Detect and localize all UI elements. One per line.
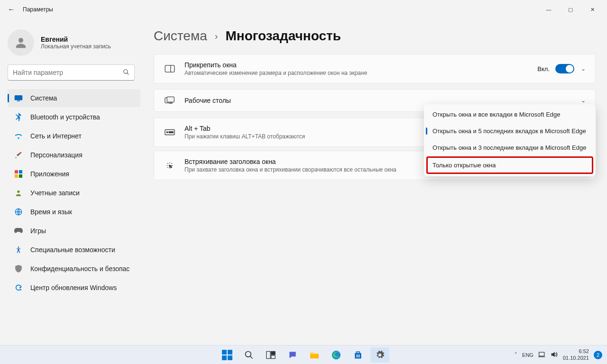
svg-point-10 (18, 246, 19, 248)
settings-button[interactable] (370, 347, 389, 363)
sidebar-item-gaming[interactable]: Игры (8, 222, 140, 240)
svg-rect-5 (19, 170, 22, 173)
tray-chevron-up-icon[interactable]: ˄ (515, 352, 517, 358)
store-button[interactable] (349, 347, 368, 363)
snap-icon (164, 65, 176, 73)
globe-icon (13, 208, 24, 216)
svg-rect-26 (271, 351, 275, 355)
sidebar-item-label: Время и язык (30, 208, 72, 216)
sidebar-item-label: Специальные возможности (30, 246, 115, 254)
svg-rect-7 (19, 174, 22, 178)
dropdown-option[interactable]: Открыть окна и 5 последних вкладок в Mic… (424, 123, 596, 139)
update-icon (13, 284, 24, 291)
svg-rect-21 (222, 355, 227, 360)
svg-rect-27 (271, 355, 275, 358)
user-name: Евгений (41, 36, 111, 43)
sidebar-item-accounts[interactable]: Учетные записи (8, 184, 140, 202)
window-controls: — ▢ ✕ (538, 2, 603, 17)
alttab-icon (164, 129, 176, 136)
svg-line-24 (250, 356, 253, 358)
chevron-right-icon: › (215, 31, 218, 42)
search-input[interactable] (8, 64, 135, 81)
accessibility-icon (13, 246, 24, 254)
svg-rect-11 (165, 65, 175, 72)
svg-rect-33 (359, 356, 360, 357)
snap-toggle[interactable] (555, 64, 574, 73)
svg-rect-18 (169, 132, 173, 133)
search-field[interactable] (13, 69, 118, 76)
shield-icon (13, 265, 24, 273)
row-title: Прикрепить окна (184, 61, 537, 69)
page-title: Многозадачность (225, 28, 341, 44)
explorer-button[interactable] (305, 347, 324, 363)
search-icon (123, 69, 129, 77)
taskbar: ˄ ENG 6:52 01.10.2021 2 (0, 345, 607, 364)
sidebar-item-label: Центр обновления Windows (30, 284, 117, 291)
svg-point-17 (166, 132, 168, 133)
notification-badge[interactable]: 2 (594, 351, 602, 359)
taskbar-search[interactable] (239, 347, 258, 363)
clock[interactable]: 6:52 01.10.2021 (563, 348, 589, 361)
sidebar-item-privacy[interactable]: Конфиденциальность и безопас (8, 260, 140, 278)
user-block[interactable]: Евгений Локальная учетная запись (8, 29, 140, 56)
sidebar-item-apps[interactable]: Приложения (8, 165, 140, 183)
chat-button[interactable] (283, 347, 302, 363)
sidebar-item-label: Персонализация (30, 151, 83, 159)
svg-rect-14 (167, 97, 174, 102)
sidebar-item-accessibility[interactable]: Специальные возможности (8, 241, 140, 259)
svg-rect-2 (15, 95, 23, 100)
svg-rect-4 (15, 170, 18, 173)
app-title: Параметры (23, 6, 53, 13)
person-icon (13, 189, 24, 197)
svg-rect-30 (357, 355, 358, 356)
user-subtitle: Локальная учетная запись (41, 43, 111, 50)
sidebar-item-time[interactable]: Время и язык (8, 203, 140, 221)
svg-line-1 (127, 73, 129, 75)
dropdown-option[interactable]: Открыть окна и 3 последние вкладки в Mic… (424, 139, 596, 156)
sidebar-item-network[interactable]: Сеть и Интернет (8, 127, 140, 145)
language-indicator[interactable]: ENG (522, 352, 533, 358)
svg-rect-31 (359, 355, 360, 356)
time: 6:52 (563, 348, 589, 355)
maximize-button[interactable]: ▢ (560, 2, 581, 17)
row-title: Рабочие столы (184, 97, 581, 104)
dropdown-option[interactable]: Открыть окна и все вкладки в Microsoft E… (424, 106, 596, 123)
chevron-down-icon[interactable]: ⌄ (581, 65, 586, 72)
desktops-icon (164, 96, 176, 105)
date: 01.10.2021 (563, 355, 589, 361)
breadcrumb: Система › Многозадачность (154, 28, 596, 44)
svg-rect-34 (539, 352, 544, 356)
snap-windows-row[interactable]: Прикрепить окна Автоматические изменение… (154, 54, 596, 83)
volume-icon[interactable] (551, 351, 558, 359)
minimize-button[interactable]: — (538, 2, 560, 17)
row-subtitle: Автоматические изменение размера и распо… (184, 70, 537, 76)
sidebar: Евгений Локальная учетная запись Система… (0, 19, 142, 345)
close-button[interactable]: ✕ (581, 2, 603, 17)
sidebar-item-update[interactable]: Центр обновления Windows (8, 279, 140, 297)
edge-button[interactable] (327, 347, 346, 363)
alt-tab-dropdown: Открыть окна и все вкладки в Microsoft E… (424, 104, 596, 176)
svg-rect-3 (17, 100, 20, 101)
start-button[interactable] (218, 347, 237, 363)
sidebar-item-label: Конфиденциальность и безопас (30, 265, 129, 273)
svg-rect-32 (357, 356, 358, 357)
svg-point-8 (17, 191, 19, 193)
gaming-icon (13, 228, 24, 234)
sidebar-item-personalization[interactable]: Персонализация (8, 146, 140, 164)
cursor-icon (164, 161, 176, 170)
svg-point-23 (246, 351, 251, 357)
sidebar-item-bluetooth[interactable]: Bluetooth и устройства (8, 108, 140, 126)
network-icon[interactable] (538, 351, 546, 359)
chevron-down-icon[interactable]: ⌄ (581, 97, 586, 104)
sidebar-item-label: Bluetooth и устройства (30, 113, 100, 121)
breadcrumb-parent[interactable]: Система (154, 28, 207, 44)
sidebar-item-label: Система (30, 94, 57, 102)
display-icon (13, 95, 24, 101)
back-button[interactable]: ← (4, 5, 19, 14)
sidebar-item-system[interactable]: Система (8, 89, 140, 107)
sidebar-item-label: Игры (30, 227, 46, 235)
dropdown-option[interactable]: Только открытые окна (427, 157, 593, 173)
svg-rect-20 (228, 350, 232, 355)
toggle-state: Вкл. (537, 65, 550, 73)
taskview-button[interactable] (261, 347, 280, 363)
